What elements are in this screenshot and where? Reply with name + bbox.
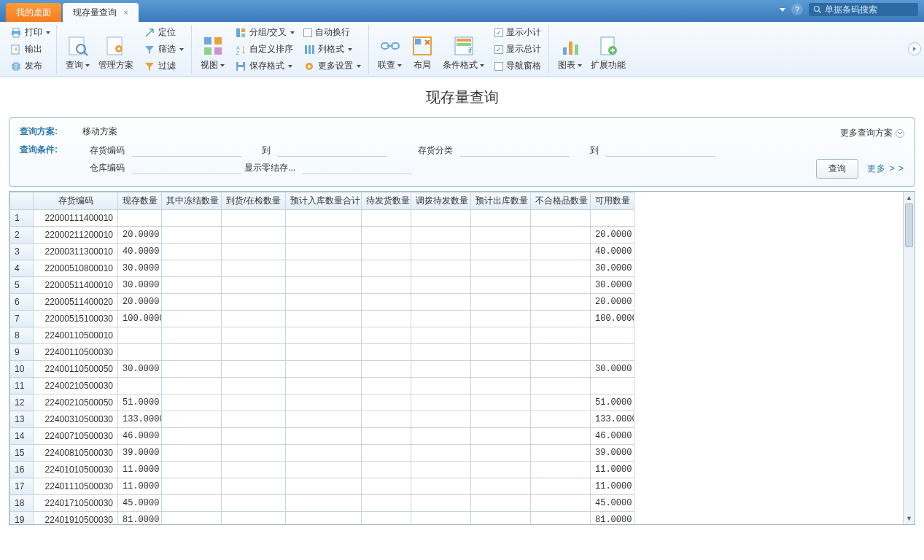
show-total-check[interactable]: ✓ 显示总计 — [492, 42, 544, 57]
table-row[interactable]: 192240191050003081.000081.0000 — [10, 512, 634, 525]
vertical-scrollbar[interactable]: ▲ ▼ — [903, 192, 915, 524]
stock-code-from-input[interactable] — [132, 144, 241, 157]
table-row[interactable]: 122240021050005051.000051.0000 — [10, 394, 634, 411]
more-plans-link[interactable]: 更多查询方案 — [840, 127, 904, 139]
scroll-thumb[interactable] — [905, 203, 913, 247]
row-index: 12 — [10, 394, 34, 411]
tab-menu-dropdown-icon[interactable] — [780, 8, 785, 12]
header-reject[interactable]: 不合格品数量 — [531, 192, 591, 210]
stock-code-to-input[interactable] — [278, 144, 387, 157]
header-code[interactable]: 存货编码 — [34, 192, 118, 210]
cell-reject — [531, 445, 591, 462]
cell-qty: 81.0000 — [118, 512, 162, 525]
header-rownum[interactable] — [10, 192, 34, 210]
cell-planned-in — [286, 428, 362, 445]
cell-qty: 20.0000 — [118, 294, 162, 311]
plan-value[interactable]: 移动方案 — [82, 125, 117, 138]
publish-button[interactable]: 发布 — [7, 58, 53, 74]
header-transfer[interactable]: 调拨待发数量 — [411, 192, 471, 210]
table-row[interactable]: 42200051080001030.000030.0000 — [10, 260, 634, 277]
funnel-icon — [144, 44, 155, 55]
table-row[interactable]: 62200051140002020.000020.0000 — [10, 294, 634, 311]
table-row[interactable]: 1322400310500030133.0000133.0000 — [10, 411, 634, 428]
auto-wrap-check[interactable]: 自动换行 — [300, 25, 364, 40]
table-row[interactable]: 182240171050003045.000045.0000 — [10, 495, 634, 512]
more-link[interactable]: 更多 > > — [867, 163, 904, 175]
table-row[interactable]: 102240011050005030.000030.0000 — [10, 361, 634, 378]
export-button[interactable]: 输出 — [7, 42, 53, 57]
svg-rect-19 — [241, 34, 245, 37]
sort-icon: AZ — [235, 44, 246, 55]
cell-avail: 30.0000 — [591, 260, 634, 277]
help-icon[interactable]: ? — [791, 4, 803, 15]
cell-to-ship — [362, 344, 411, 361]
custom-sort-button[interactable]: AZ 自定义排序 — [232, 42, 298, 57]
col-format-button[interactable]: 列格式 — [300, 42, 364, 57]
cell-qty: 30.0000 — [118, 277, 162, 294]
more-settings-button[interactable]: 更多设置 — [300, 58, 364, 74]
cell-transfer — [411, 445, 471, 462]
barcode-search-input[interactable] — [825, 4, 912, 15]
table-row[interactable]: 1122400210500030 — [10, 378, 634, 394]
query-button[interactable]: 查询 — [816, 159, 858, 179]
cell-planned-out — [471, 210, 531, 227]
table-row[interactable]: 162240101050003011.000011.0000 — [10, 462, 634, 478]
scroll-up-icon[interactable]: ▲ — [904, 192, 915, 203]
table-row[interactable]: 122000111400010 — [10, 210, 634, 227]
view-button[interactable]: 视图 — [196, 25, 229, 73]
scroll-track[interactable] — [904, 203, 915, 513]
show-subtotal-check[interactable]: ✓ 显示小计 — [492, 25, 544, 40]
table-row[interactable]: 52200051140001030.000030.0000 — [10, 277, 634, 294]
header-arrival[interactable]: 到货/在检数量 — [222, 192, 286, 210]
layout-button[interactable]: 布局 — [406, 25, 438, 73]
table-row[interactable]: 142240071050003046.000046.0000 — [10, 428, 634, 445]
ext-func-button[interactable]: 扩展功能 — [586, 25, 630, 73]
table-row[interactable]: 722000515100030100.0000100.0000 — [10, 311, 634, 327]
ribbon-query-button[interactable]: 查询 — [61, 25, 94, 73]
cell-planned-out — [471, 227, 531, 244]
chart-button[interactable]: 图表 — [554, 25, 586, 73]
table-row[interactable]: 822400110500010 — [10, 327, 634, 344]
table-row[interactable]: 22200021120001020.000020.0000 — [10, 227, 634, 244]
show-zero-input[interactable] — [303, 161, 412, 174]
header-planned-out[interactable]: 预计出库数量 — [471, 192, 531, 210]
header-planned-in[interactable]: 预计入库数量合计 — [286, 192, 362, 210]
relate-button[interactable]: 联查 — [373, 25, 406, 73]
nav-pane-check[interactable]: 导航窗格 — [492, 58, 544, 74]
group-button[interactable]: 分组/交叉 — [232, 25, 298, 40]
barcode-search[interactable] — [809, 3, 918, 16]
cell-planned-in — [286, 327, 362, 344]
tab-current[interactable]: 现存量查询 × — [63, 3, 139, 22]
stock-category-from-input[interactable] — [460, 144, 570, 157]
stock-category-to-input[interactable] — [606, 144, 715, 157]
cond-format-icon: if — [452, 34, 475, 58]
header-to-ship[interactable]: 待发货数量 — [362, 192, 411, 210]
save-format-button[interactable]: 保存格式 — [232, 58, 298, 74]
cond-format-button[interactable]: if 条件格式 — [438, 25, 489, 73]
close-icon[interactable]: × — [123, 8, 128, 17]
cell-to-ship — [362, 361, 411, 378]
ribbon-expand-icon[interactable] — [908, 42, 921, 55]
svg-rect-24 — [238, 67, 244, 71]
table-row[interactable]: 152240081050003039.000039.0000 — [10, 445, 634, 462]
mgmt-plan-button[interactable]: 管理方案 — [94, 25, 138, 73]
table-row[interactable]: 32200031130001040.000040.0000 — [10, 244, 634, 260]
table-row[interactable]: 922400110500030 — [10, 344, 634, 361]
header-avail[interactable]: 可用数量 — [591, 192, 634, 210]
header-frozen[interactable]: 其中冻结数量 — [162, 192, 222, 210]
filter2-button[interactable]: 过滤 — [141, 58, 187, 74]
scroll-down-icon[interactable]: ▼ — [904, 513, 915, 524]
locate-button[interactable]: 定位 — [141, 25, 187, 40]
to-label-1: 到 — [249, 144, 271, 157]
cell-arrival — [222, 227, 286, 244]
filter-button[interactable]: 筛选 — [141, 42, 187, 57]
print-button[interactable]: 打印 — [7, 25, 53, 40]
warehouse-code-input[interactable] — [132, 161, 241, 174]
cell-reject — [531, 428, 591, 445]
cell-frozen — [162, 244, 222, 260]
nav-pane-label: 导航窗格 — [506, 60, 541, 72]
table-row[interactable]: 172240111050003011.000011.0000 — [10, 478, 634, 495]
cell-planned-in — [286, 210, 362, 227]
tab-desktop[interactable]: 我的桌面 — [6, 3, 61, 22]
header-qty[interactable]: 现存数量 — [118, 192, 162, 210]
